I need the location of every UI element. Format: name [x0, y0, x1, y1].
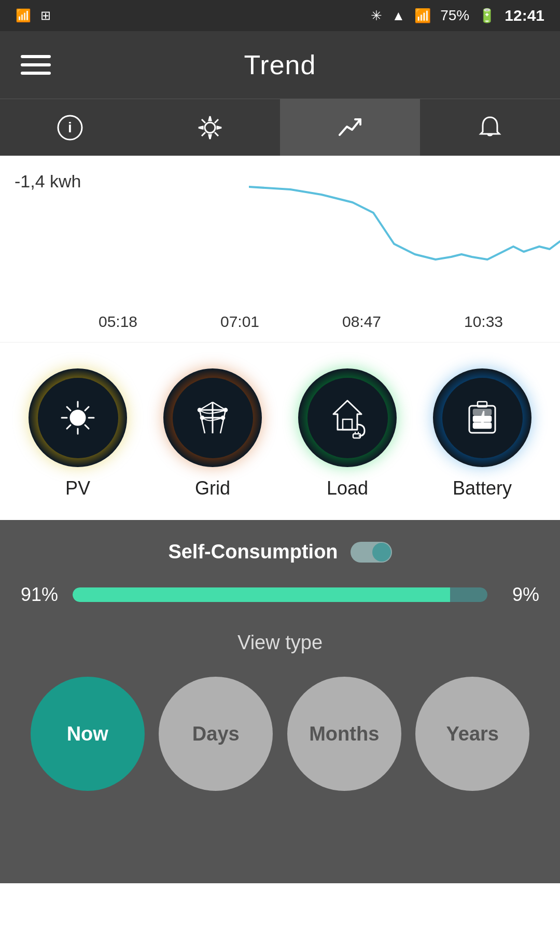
- btn-now[interactable]: Now: [31, 677, 145, 791]
- icons-row: PV: [0, 343, 560, 520]
- svg-line-18: [220, 410, 226, 433]
- time-label-4: 10:33: [464, 313, 503, 331]
- svg-point-22: [221, 416, 225, 419]
- grid-inner: [173, 378, 253, 458]
- svg-text:i: i: [68, 119, 72, 135]
- time-label-1: 05:18: [99, 313, 137, 331]
- signal1-icon: 📶: [16, 8, 31, 23]
- nav-tabs: i: [0, 99, 560, 156]
- button-row: Now Days Months Years: [21, 677, 539, 791]
- load-circle: [298, 368, 397, 467]
- time-axis: 05:18 07:01 08:47 10:33: [0, 301, 560, 343]
- tab-trend[interactable]: [280, 99, 420, 156]
- progress-bar-fill: [73, 587, 487, 602]
- pv-icon: [54, 394, 101, 441]
- load-item[interactable]: Load: [298, 368, 397, 499]
- svg-point-20: [224, 408, 227, 412]
- toggle-knob: [372, 543, 391, 562]
- load-inner: [307, 378, 388, 458]
- self-consumption-toggle[interactable]: [351, 542, 392, 563]
- svg-line-10: [85, 407, 89, 410]
- chart-value: -1,4 kwh: [15, 171, 81, 191]
- svg-marker-23: [333, 401, 361, 430]
- grid-icon: [189, 394, 236, 441]
- load-icon: [324, 394, 371, 441]
- battery-label: Battery: [453, 477, 512, 499]
- time-label-3: 08:47: [342, 313, 381, 331]
- view-type-label: View type: [21, 632, 539, 654]
- svg-line-16: [213, 402, 226, 410]
- info-icon: i: [57, 114, 83, 141]
- clock: 12:41: [505, 7, 544, 24]
- self-consumption-label: Self-Consumption: [168, 541, 338, 563]
- chart-area: -1,4 kwh: [0, 156, 560, 301]
- progress-left-pct: 91%: [21, 584, 62, 606]
- chart-svg: [249, 156, 560, 275]
- load-label: Load: [327, 477, 368, 499]
- btn-months[interactable]: Months: [287, 677, 401, 791]
- self-consumption-row: Self-Consumption: [21, 541, 539, 563]
- svg-point-2: [205, 122, 215, 133]
- pv-inner: [38, 378, 118, 458]
- battery-item[interactable]: Battery: [433, 368, 531, 499]
- hamburger-line-2: [21, 63, 51, 66]
- bell-icon: [477, 114, 503, 141]
- svg-point-21: [201, 416, 204, 419]
- status-bar-left: 📶 ⊞: [16, 8, 51, 23]
- signal2-icon: ⊞: [40, 8, 51, 23]
- svg-line-9: [85, 425, 89, 429]
- time-labels: 05:18 07:01 08:47 10:33: [16, 313, 544, 331]
- status-bar-right: ✳ ▲ 📶 75% 🔋 12:41: [371, 7, 544, 24]
- pv-label: PV: [65, 477, 90, 499]
- pv-item[interactable]: PV: [29, 368, 127, 499]
- hamburger-line-1: [21, 55, 51, 58]
- trend-icon: [337, 114, 363, 141]
- progress-row: 91% 9%: [21, 584, 539, 606]
- pv-circle: [29, 368, 127, 467]
- svg-point-19: [198, 408, 201, 412]
- signal-icon: 📶: [414, 8, 431, 24]
- grid-item[interactable]: Grid: [163, 368, 262, 499]
- battery-icon: 🔋: [479, 8, 495, 24]
- tab-info[interactable]: i: [0, 99, 140, 156]
- hamburger-menu[interactable]: [21, 55, 51, 75]
- battery-pct: 75%: [440, 7, 469, 24]
- status-bar: 📶 ⊞ ✳ ▲ 📶 75% 🔋 12:41: [0, 0, 560, 31]
- page-title: Trend: [244, 49, 316, 80]
- btn-days[interactable]: Days: [159, 677, 273, 791]
- grid-circle: [163, 368, 262, 467]
- hamburger-line-3: [21, 72, 51, 75]
- bluetooth-icon: ✳: [371, 8, 382, 24]
- gear-icon: [197, 114, 223, 141]
- svg-line-11: [67, 425, 71, 429]
- header: Trend: [0, 31, 560, 99]
- time-label-2: 07:01: [220, 313, 259, 331]
- svg-rect-24: [343, 419, 352, 430]
- progress-bar-bg: [73, 587, 487, 602]
- svg-line-17: [200, 410, 205, 433]
- svg-line-8: [67, 407, 71, 410]
- svg-line-15: [200, 402, 213, 410]
- svg-point-3: [71, 410, 85, 425]
- progress-right-pct: 9%: [498, 584, 539, 606]
- bottom-panel: Self-Consumption 91% 9% View type Now Da…: [0, 520, 560, 883]
- wifi-icon: ▲: [391, 8, 405, 24]
- battery-icon: [459, 394, 506, 441]
- tab-settings[interactable]: [140, 99, 280, 156]
- battery-inner: [442, 378, 523, 458]
- grid-label: Grid: [195, 477, 230, 499]
- battery-circle: [433, 368, 531, 467]
- btn-years[interactable]: Years: [415, 677, 529, 791]
- tab-alerts[interactable]: [420, 99, 560, 156]
